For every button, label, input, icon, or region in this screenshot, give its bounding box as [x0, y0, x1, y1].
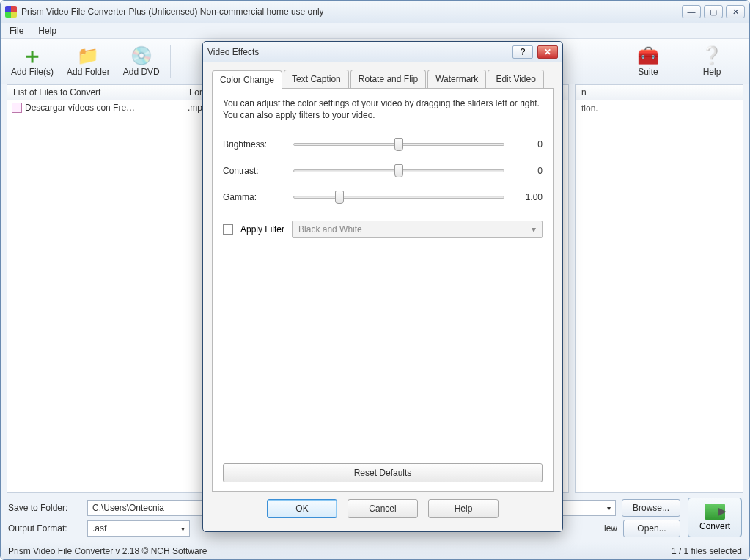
- dialog-button-row: OK Cancel Help: [212, 492, 554, 527]
- output-format-label: Output Format:: [8, 523, 81, 534]
- add-dvd-button[interactable]: 💿 Add DVD: [117, 42, 166, 81]
- add-files-label: Add File(s): [11, 67, 54, 77]
- convert-icon: [705, 504, 725, 520]
- titlebar: Prism Video File Converter Plus (Unlicen…: [1, 1, 749, 23]
- apply-filter-row: Apply Filter Black and White ▾: [223, 221, 543, 238]
- tab-watermark[interactable]: Watermark: [427, 70, 486, 88]
- tab-color-change[interactable]: Color Change: [212, 70, 282, 89]
- save-folder-label: Save to Folder:: [8, 503, 81, 513]
- tab-rotate-flip[interactable]: Rotate and Flip: [350, 70, 426, 88]
- suite-icon: 🧰: [638, 46, 658, 65]
- video-file-icon: [12, 103, 22, 113]
- col-info[interactable]: n: [576, 85, 743, 100]
- help-label: Help: [703, 67, 721, 77]
- add-dvd-label: Add DVD: [123, 67, 160, 77]
- gamma-value: 1.00: [512, 192, 543, 202]
- chevron-down-icon: ▾: [607, 504, 611, 512]
- convert-button[interactable]: Convert: [688, 498, 742, 537]
- chevron-down-icon: ▾: [532, 224, 536, 235]
- dialog-help-btn[interactable]: Help: [428, 499, 499, 518]
- apply-filter-label: Apply Filter: [240, 224, 284, 235]
- cancel-button[interactable]: Cancel: [348, 499, 418, 518]
- preview-suffix: iew: [604, 523, 617, 534]
- app-icon: [5, 6, 17, 18]
- filter-select[interactable]: Black and White ▾: [292, 221, 543, 238]
- contrast-row: Contrast: 0: [223, 158, 543, 184]
- info-body: tion.: [575, 100, 743, 493]
- gamma-slider[interactable]: [293, 190, 504, 205]
- open-button[interactable]: Open...: [623, 520, 680, 537]
- folder-icon: 📁: [78, 46, 98, 65]
- brightness-label: Brightness:: [223, 139, 286, 150]
- tab-text-caption[interactable]: Text Caption: [284, 70, 349, 88]
- toolbar-separator: [170, 45, 171, 78]
- gamma-label: Gamma:: [223, 192, 286, 202]
- info-panel: n tion.: [575, 84, 743, 493]
- dialog-close-button[interactable]: ✕: [537, 45, 558, 59]
- ok-button[interactable]: OK: [267, 499, 337, 518]
- close-button[interactable]: ✕: [726, 5, 745, 18]
- filter-select-value: Black and White: [298, 224, 362, 235]
- dialog-tabs: Color Change Text Caption Rotate and Fli…: [212, 70, 554, 88]
- info-text: tion.: [581, 103, 598, 114]
- menu-file[interactable]: File: [4, 24, 29, 37]
- add-folder-button[interactable]: 📁 Add Folder: [61, 42, 116, 81]
- slider-thumb-icon[interactable]: [335, 191, 344, 204]
- brightness-row: Brightness: 0: [223, 131, 543, 158]
- suite-label: Suite: [638, 67, 658, 77]
- add-folder-label: Add Folder: [67, 67, 110, 77]
- gamma-row: Gamma: 1.00: [223, 184, 543, 210]
- output-format-select[interactable]: .asf ▾: [87, 520, 190, 537]
- dvd-icon: 💿: [131, 46, 152, 65]
- info-header: n: [575, 84, 743, 100]
- video-effects-dialog: Video Effects ? ✕ Color Change Text Capt…: [202, 41, 563, 532]
- brightness-value: 0: [512, 139, 543, 150]
- statusbar: Prism Video File Converter v 2.18 © NCH …: [1, 542, 749, 559]
- file-name: Descargar vídeos con Fre…: [25, 103, 185, 113]
- add-files-button[interactable]: ＋ Add File(s): [5, 42, 59, 81]
- contrast-slider[interactable]: [293, 163, 504, 178]
- output-format-value: .asf: [92, 523, 106, 534]
- brightness-slider[interactable]: [293, 137, 504, 152]
- slider-thumb-icon[interactable]: [394, 138, 403, 151]
- menubar: File Help: [1, 23, 749, 39]
- convert-label: Convert: [699, 521, 730, 531]
- apply-filter-checkbox[interactable]: [223, 224, 233, 235]
- dialog-help-button[interactable]: ?: [512, 45, 533, 59]
- contrast-label: Contrast:: [223, 166, 286, 176]
- help-button[interactable]: ❔ Help: [679, 42, 745, 81]
- tab-edit-video[interactable]: Edit Video: [488, 70, 544, 88]
- dialog-body: Color Change Text Caption Rotate and Fli…: [203, 62, 562, 531]
- save-folder-value: C:\Users\Ontecnia: [92, 503, 164, 513]
- dialog-title: Video Effects: [207, 47, 508, 57]
- status-right: 1 / 1 files selected: [672, 546, 742, 556]
- plus-icon: ＋: [22, 46, 43, 65]
- tab-page-color-change: You can adjust the color settings of you…: [212, 88, 554, 492]
- minimize-button[interactable]: —: [682, 5, 701, 18]
- window-title: Prism Video File Converter Plus (Unlicen…: [21, 7, 682, 17]
- status-left: Prism Video File Converter v 2.18 © NCH …: [8, 546, 207, 556]
- toolbar-separator-2: [674, 45, 674, 78]
- browse-button[interactable]: Browse...: [622, 499, 680, 517]
- color-change-description: You can adjust the color settings of you…: [223, 97, 543, 121]
- chevron-down-icon: ▾: [181, 525, 185, 533]
- maximize-button[interactable]: ▢: [704, 5, 723, 18]
- help-icon: ❔: [702, 46, 722, 65]
- slider-thumb-icon[interactable]: [394, 164, 403, 177]
- menu-help[interactable]: Help: [32, 24, 62, 37]
- suite-button[interactable]: 🧰 Suite: [627, 42, 669, 81]
- contrast-value: 0: [512, 166, 543, 176]
- col-list[interactable]: List of Files to Convert: [7, 85, 183, 100]
- dialog-titlebar: Video Effects ? ✕: [203, 42, 562, 62]
- reset-defaults-button[interactable]: Reset Defaults: [223, 463, 543, 482]
